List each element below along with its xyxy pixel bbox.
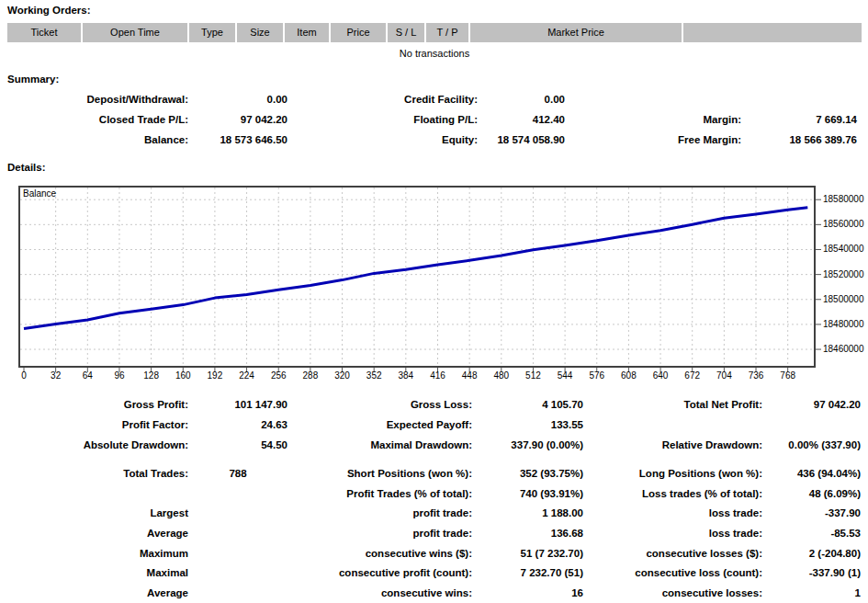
stat-value: 16 [472,587,583,598]
no-transactions-message: No transactions [7,48,862,59]
stat-label: loss trade: [583,507,762,518]
column-header-s-l: S / L [388,23,424,42]
x-axis-tick-label: 672 [684,370,700,381]
stat-label: Absolute Drawdown: [7,439,188,450]
stat-label: Closed Trade P/L: [7,114,188,125]
stat-label: Relative Drawdown: [583,439,762,450]
stat-label: profit trade: [287,528,472,539]
stat-value: 97 042.20 [762,399,861,410]
balance-chart: Balance 03264961281601922242562883203523… [18,186,868,402]
stat-value: 1 188.00 [472,507,583,518]
balance-chart-canvas [18,186,827,375]
stat-label: Largest [7,507,188,518]
x-axis-tick-label: 640 [653,370,669,381]
column-header-open-time: Open Time [83,23,187,42]
details-stats-top-grid: Gross Profit:101 147.90Gross Loss:4 105.… [7,394,861,455]
stat-value: 436 (94.04%) [762,468,861,479]
stat-value: 101 147.90 [188,399,287,410]
x-axis-tick-label: 96 [114,370,124,381]
stat-value: -337.90 (1) [762,567,861,578]
stat-value: 412.40 [478,114,565,125]
chart-border [19,187,815,367]
y-axis-tick-label: 18500000 [823,294,864,304]
stat-label: Gross Loss: [287,399,472,410]
stat-value: 0.00 [188,94,287,105]
stat-value: 740 (93.91%) [472,488,583,499]
stat-value: 24.63 [188,419,287,430]
stat-value: 0.00% (337.90) [762,439,861,450]
details-title: Details: [7,162,46,173]
stat-label: Credit Facility: [287,94,478,105]
stat-value: -337.90 [762,507,861,518]
stat-label: Average [7,587,188,598]
stat-label: Gross Profit: [7,399,188,410]
stat-label: loss trade: [583,528,762,539]
stat-value: 133.55 [472,419,583,430]
x-axis-tick-label: 288 [303,370,319,381]
x-axis-tick-label: 192 [208,370,223,381]
x-axis-tick-label: 64 [83,370,93,381]
x-axis-tick-label: 384 [398,370,413,381]
details-stats-bottom-grid: Total Trades:788Short Positions (won %):… [7,463,861,603]
x-axis-tick-label: 768 [780,370,795,381]
x-axis-tick-label: 128 [143,370,159,381]
y-axis-tick-label: 18540000 [823,244,864,254]
stat-value: 48 (6.09%) [762,488,861,499]
stat-value: 337.90 (0.00%) [472,439,583,450]
column-header-type: Type [189,23,235,42]
stat-label: profit trade: [287,507,472,518]
column-header-blank [683,23,862,42]
chart-series-label: Balance [23,188,56,199]
stat-label: Average [7,528,188,539]
stat-value: -85.53 [762,528,861,539]
column-header-size: Size [237,23,283,42]
stat-label: Floating P/L: [287,114,478,125]
stat-value: 7 669.14 [741,114,857,125]
stat-value: 18 574 058.90 [478,134,565,145]
summary-title: Summary: [7,74,59,85]
stat-value: 51 (7 232.70) [472,548,583,559]
stat-value: 788 [188,468,287,479]
stat-label: consecutive profit (count): [287,567,472,578]
stat-label: Deposit/Withdrawal: [7,94,188,105]
stat-label: consecutive wins ($): [287,548,472,559]
stat-label: Maximal Drawdown: [287,439,472,450]
x-axis-tick-label: 736 [749,370,764,381]
stat-label: Profit Trades (% of total): [287,488,472,499]
x-axis-tick-label: 704 [716,370,732,381]
balance-line [24,208,807,329]
stat-value: 352 (93.75%) [472,468,583,479]
x-axis-tick-label: 544 [558,370,573,381]
working-orders-header-row: TicketOpen TimeTypeSizeItemPriceS / LT /… [7,23,862,42]
stat-label: Long Positions (won %): [583,468,762,479]
x-axis-tick-label: 0 [21,370,27,381]
x-axis-tick-label: 352 [366,370,382,381]
stat-value: 4 105.70 [472,399,583,410]
column-header-market-price: Market Price [470,23,682,42]
stat-label: Margin: [565,114,741,125]
x-axis-tick-label: 480 [493,370,509,381]
stat-value: 18 566 389.76 [741,134,857,145]
stat-value: 54.50 [188,439,287,450]
stat-label: Profit Factor: [7,419,188,430]
x-axis-tick-label: 448 [462,370,478,381]
y-axis-tick-label: 18520000 [823,269,864,279]
x-axis-tick-label: 320 [334,370,350,381]
y-axis-tick-label: 18460000 [823,344,864,354]
stat-label: Free Margin: [565,134,741,145]
x-axis-tick-label: 576 [589,370,604,381]
stat-label: consecutive loss (count): [583,567,762,578]
stat-value: 97 042.20 [188,114,287,125]
column-header-item: Item [285,23,329,42]
working-orders-title: Working Orders: [7,5,91,16]
stat-label: Expected Payoff: [287,419,472,430]
column-header-t-p: T / P [426,23,468,42]
stat-value: 1 [762,587,861,598]
y-axis-tick-label: 18580000 [823,194,864,204]
stat-label: Balance: [7,134,188,145]
trade-statement-report: Working Orders: TicketOpen TimeTypeSizeI… [0,0,868,603]
x-axis-tick-label: 224 [239,370,254,381]
x-axis-tick-label: 160 [175,370,191,381]
stat-value: 136.68 [472,528,583,539]
stat-label: consecutive wins: [287,587,472,598]
